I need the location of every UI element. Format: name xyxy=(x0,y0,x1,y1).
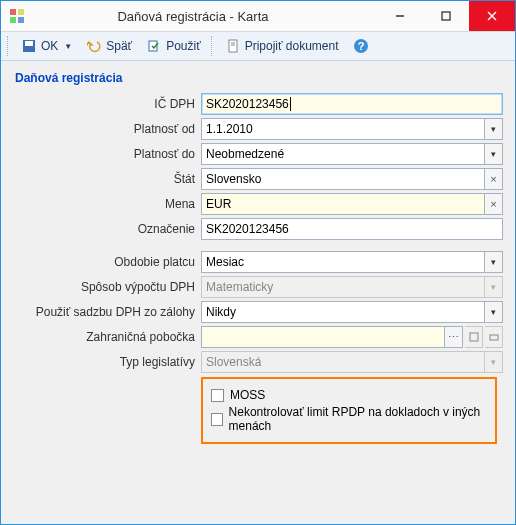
input-platnost-do[interactable]: Neobmedzené xyxy=(201,143,485,165)
label-ic-dph: IČ DPH xyxy=(13,97,201,111)
use-label: Použiť xyxy=(166,39,201,53)
ok-label: OK xyxy=(41,39,58,53)
svg-rect-9 xyxy=(25,41,33,46)
highlight-box: MOSS Nekontrolovať limit RPDP na doklado… xyxy=(201,377,497,444)
input-platnost-od[interactable]: 1.1.2010 xyxy=(201,118,485,140)
checkbox-nekontrolovat[interactable] xyxy=(211,413,223,426)
clear-mena[interactable]: × xyxy=(485,193,503,215)
label-typ-leg: Typ legislatívy xyxy=(13,355,201,369)
input-stat[interactable]: Slovensko xyxy=(201,168,485,190)
input-zahran[interactable] xyxy=(201,326,445,348)
tax-registration-card-window: Daňová registrácia - Karta OK ▼ Späť Pou… xyxy=(0,0,516,525)
svg-rect-16 xyxy=(470,333,478,341)
clear-stat[interactable]: × xyxy=(485,168,503,190)
close-button[interactable] xyxy=(469,1,515,31)
window-controls xyxy=(377,1,515,31)
label-obdobie: Obdobie platcu xyxy=(13,255,201,269)
toolbar-grip xyxy=(7,36,11,56)
toolbar-separator xyxy=(211,36,215,56)
svg-text:?: ? xyxy=(357,40,364,52)
minimize-button[interactable] xyxy=(377,1,423,31)
lookup-zahran[interactable]: ⋯ xyxy=(445,326,463,348)
dropdown-typ-leg: ▾ xyxy=(485,351,503,373)
label-sposob: Spôsob výpočtu DPH xyxy=(13,280,201,294)
svg-rect-5 xyxy=(442,12,450,20)
dropdown-platnost-do[interactable]: ▾ xyxy=(485,143,503,165)
attach-document-button[interactable]: Pripojiť dokument xyxy=(219,36,345,56)
help-button[interactable]: ? xyxy=(347,36,375,56)
dropdown-sposob: ▾ xyxy=(485,276,503,298)
attach-icon xyxy=(225,38,241,54)
maximize-button[interactable] xyxy=(423,1,469,31)
label-platnost-od: Platnosť od xyxy=(13,122,201,136)
label-zahran: Zahraničná pobočka xyxy=(13,330,201,344)
save-icon xyxy=(21,38,37,54)
dropdown-platnost-od[interactable]: ▾ xyxy=(485,118,503,140)
window-title: Daňová registrácia - Karta xyxy=(9,9,377,24)
input-obdobie[interactable]: Mesiac xyxy=(201,251,485,273)
label-oznacenie: Označenie xyxy=(13,222,201,236)
svg-rect-11 xyxy=(229,40,237,52)
chevron-down-icon: ▼ xyxy=(64,42,72,51)
titlebar: Daňová registrácia - Karta xyxy=(1,1,515,32)
label-moss: MOSS xyxy=(230,388,265,402)
input-oznacenie[interactable]: SK2020123456 xyxy=(201,218,503,240)
input-mena[interactable]: EUR xyxy=(201,193,485,215)
section-title: Daňová registrácia xyxy=(15,71,503,85)
attach-label: Pripojiť dokument xyxy=(245,39,339,53)
dropdown-obdobie[interactable]: ▾ xyxy=(485,251,503,273)
back-button[interactable]: Späť xyxy=(80,36,138,56)
extra1-zahran[interactable] xyxy=(465,326,483,348)
help-icon: ? xyxy=(353,38,369,54)
label-platnost-do: Platnosť do xyxy=(13,147,201,161)
label-nekontrolovat: Nekontrolovať limit RPDP na dokladoch v … xyxy=(229,405,487,433)
input-pouzit-sadzbu[interactable]: Nikdy xyxy=(201,301,485,323)
checkbox-moss[interactable] xyxy=(211,389,224,402)
form-content: Daňová registrácia IČ DPH SK2020123456 P… xyxy=(1,61,515,524)
apply-icon xyxy=(146,38,162,54)
use-button[interactable]: Použiť xyxy=(140,36,207,56)
undo-icon xyxy=(86,38,102,54)
extra2-zahran[interactable] xyxy=(485,326,503,348)
label-mena: Mena xyxy=(13,197,201,211)
back-label: Späť xyxy=(106,39,132,53)
input-ic-dph[interactable]: SK2020123456 xyxy=(201,93,503,115)
dropdown-pouzit-sadzbu[interactable]: ▾ xyxy=(485,301,503,323)
svg-rect-17 xyxy=(490,335,498,340)
input-typ-leg: Slovenská xyxy=(201,351,485,373)
toolbar: OK ▼ Späť Použiť Pripojiť dokument ? xyxy=(1,32,515,61)
ok-button[interactable]: OK ▼ xyxy=(15,36,78,56)
label-stat: Štát xyxy=(13,172,201,186)
input-sposob: Matematicky xyxy=(201,276,485,298)
label-pouzit-sadzbu: Použiť sadzbu DPH zo zálohy xyxy=(13,305,201,319)
